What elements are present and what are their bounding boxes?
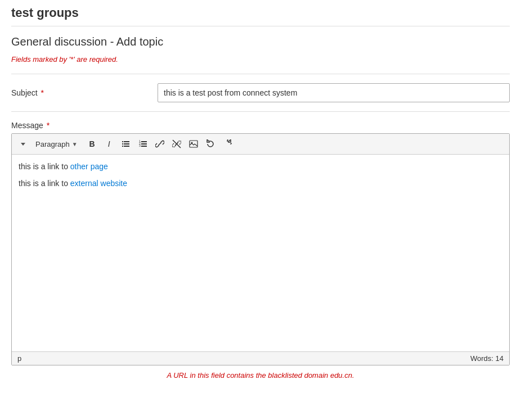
subject-row: Subject *: [11, 83, 510, 102]
paragraph-chevron-icon: ▼: [72, 141, 78, 147]
svg-rect-11: [141, 146, 147, 147]
redo-button[interactable]: [219, 136, 235, 152]
section-divider-2: [11, 111, 510, 112]
other-page-link[interactable]: other page: [70, 162, 108, 171]
redo-icon: [223, 139, 232, 148]
subject-label: Subject *: [11, 88, 158, 97]
svg-rect-4: [122, 146, 123, 147]
bullet-list-icon: [122, 139, 131, 148]
chevron-down-icon: [21, 143, 25, 146]
section-divider: [11, 74, 510, 74]
svg-rect-7: [141, 141, 147, 142]
required-star: *: [39, 88, 44, 97]
bullet-list-button[interactable]: [118, 136, 134, 152]
svg-line-12: [158, 143, 161, 146]
svg-rect-1: [124, 141, 129, 142]
image-icon: [189, 139, 198, 148]
svg-rect-2: [122, 143, 123, 144]
editor-container: Paragraph ▼ B I: [11, 133, 510, 365]
undo-icon: [206, 139, 215, 148]
error-message: A URL in this field contains the blackli…: [11, 371, 510, 380]
svg-text:3.: 3.: [139, 144, 141, 147]
external-website-link[interactable]: external website: [70, 179, 127, 188]
image-button[interactable]: [186, 136, 201, 152]
message-required-star: *: [44, 121, 50, 130]
svg-rect-0: [122, 141, 123, 142]
editor-toolbar: Paragraph ▼ B I: [12, 134, 509, 155]
svg-rect-9: [141, 143, 147, 144]
paragraph-select-group: Paragraph ▼: [32, 136, 81, 152]
bold-icon: B: [89, 139, 95, 148]
editor-tag-label: p: [17, 354, 21, 363]
link-icon: [155, 139, 164, 148]
bold-button[interactable]: B: [84, 136, 100, 152]
required-note: Fields marked by '*' are required.: [11, 55, 510, 64]
message-label: Message *: [11, 121, 510, 130]
toolbar-expand-button[interactable]: [15, 136, 31, 152]
link-button[interactable]: [152, 136, 168, 152]
page-container: test groups General discussion - Add top…: [0, 0, 521, 391]
svg-rect-3: [124, 143, 129, 144]
subject-input[interactable]: [158, 83, 510, 102]
unlink-icon: [172, 139, 181, 148]
page-title: test groups: [11, 6, 510, 26]
svg-rect-5: [124, 146, 129, 147]
undo-button[interactable]: [203, 136, 218, 152]
editor-line-2: this is a link to external website: [19, 177, 502, 189]
unlink-button[interactable]: [169, 136, 185, 152]
editor-body[interactable]: this is a link to other page this is a l…: [12, 155, 509, 351]
word-count: Words: 14: [470, 354, 504, 363]
message-section: Message * Paragraph ▼ B I: [11, 121, 510, 380]
editor-line-1: this is a link to other page: [19, 160, 502, 173]
editor-footer: p Words: 14: [12, 351, 509, 365]
paragraph-style-label: Paragraph: [35, 140, 70, 148]
form-title: General discussion - Add topic: [11, 35, 510, 48]
ordered-list-button[interactable]: 1. 2. 3.: [135, 136, 151, 152]
italic-icon: I: [108, 139, 110, 148]
italic-button[interactable]: I: [101, 136, 117, 152]
paragraph-style-button[interactable]: Paragraph ▼: [32, 136, 81, 152]
ordered-list-icon: 1. 2. 3.: [138, 139, 147, 148]
